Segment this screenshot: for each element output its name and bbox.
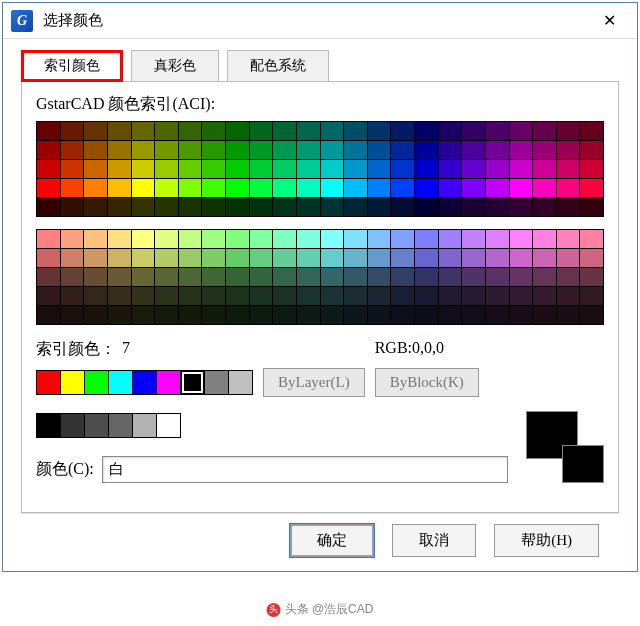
color-swatch[interactable]: [510, 122, 533, 140]
color-swatch[interactable]: [61, 160, 84, 178]
tab-1[interactable]: 真彩色: [131, 50, 219, 82]
color-swatch[interactable]: [368, 268, 391, 286]
color-swatch[interactable]: [415, 179, 438, 197]
gray-swatch[interactable]: [133, 414, 156, 437]
color-swatch[interactable]: [108, 122, 131, 140]
color-swatch[interactable]: [462, 122, 485, 140]
color-swatch[interactable]: [84, 160, 107, 178]
color-swatch[interactable]: [84, 122, 107, 140]
color-swatch[interactable]: [439, 141, 462, 159]
color-swatch[interactable]: [415, 160, 438, 178]
close-icon[interactable]: ✕: [589, 7, 629, 35]
color-swatch[interactable]: [580, 268, 603, 286]
color-swatch[interactable]: [321, 230, 344, 248]
gray-swatch[interactable]: [157, 414, 180, 437]
color-swatch[interactable]: [486, 268, 509, 286]
color-swatch[interactable]: [155, 179, 178, 197]
color-swatch[interactable]: [297, 230, 320, 248]
color-swatch[interactable]: [580, 122, 603, 140]
color-swatch[interactable]: [250, 160, 273, 178]
color-swatch[interactable]: [462, 230, 485, 248]
color-swatch[interactable]: [108, 268, 131, 286]
color-swatch[interactable]: [132, 179, 155, 197]
color-swatch[interactable]: [250, 249, 273, 267]
standard-swatch[interactable]: [85, 371, 108, 394]
color-swatch[interactable]: [37, 141, 60, 159]
color-swatch[interactable]: [368, 160, 391, 178]
color-swatch[interactable]: [132, 268, 155, 286]
color-swatch[interactable]: [297, 160, 320, 178]
color-swatch[interactable]: [533, 268, 556, 286]
color-swatch[interactable]: [273, 141, 296, 159]
color-swatch[interactable]: [368, 306, 391, 324]
color-swatch[interactable]: [202, 268, 225, 286]
color-swatch[interactable]: [510, 268, 533, 286]
color-swatch[interactable]: [226, 249, 249, 267]
color-swatch[interactable]: [486, 141, 509, 159]
color-swatch[interactable]: [462, 141, 485, 159]
color-swatch[interactable]: [61, 141, 84, 159]
color-swatch[interactable]: [557, 230, 580, 248]
color-swatch[interactable]: [439, 249, 462, 267]
color-swatch[interactable]: [439, 198, 462, 216]
aci-pastel-grid[interactable]: [36, 229, 604, 325]
color-swatch[interactable]: [202, 160, 225, 178]
color-swatch[interactable]: [580, 141, 603, 159]
color-swatch[interactable]: [297, 268, 320, 286]
color-swatch[interactable]: [250, 122, 273, 140]
gray-swatch[interactable]: [61, 414, 84, 437]
color-swatch[interactable]: [108, 249, 131, 267]
color-swatch[interactable]: [439, 160, 462, 178]
color-swatch[interactable]: [368, 141, 391, 159]
color-swatch[interactable]: [533, 198, 556, 216]
color-swatch[interactable]: [439, 122, 462, 140]
color-swatch[interactable]: [321, 306, 344, 324]
color-swatch[interactable]: [462, 306, 485, 324]
color-swatch[interactable]: [510, 306, 533, 324]
color-swatch[interactable]: [391, 179, 414, 197]
standard-swatch[interactable]: [37, 371, 60, 394]
color-swatch[interactable]: [179, 230, 202, 248]
color-swatch[interactable]: [510, 179, 533, 197]
color-swatch[interactable]: [132, 287, 155, 305]
color-swatch[interactable]: [344, 268, 367, 286]
color-swatch[interactable]: [486, 287, 509, 305]
color-swatch[interactable]: [179, 122, 202, 140]
color-swatch[interactable]: [61, 198, 84, 216]
tab-0[interactable]: 索引颜色: [21, 50, 123, 82]
color-swatch[interactable]: [486, 179, 509, 197]
color-swatch[interactable]: [250, 141, 273, 159]
color-swatch[interactable]: [344, 179, 367, 197]
color-swatch[interactable]: [37, 249, 60, 267]
color-swatch[interactable]: [179, 306, 202, 324]
color-swatch[interactable]: [580, 249, 603, 267]
color-swatch[interactable]: [108, 179, 131, 197]
color-swatch[interactable]: [486, 306, 509, 324]
color-swatch[interactable]: [368, 230, 391, 248]
standard-swatch[interactable]: [61, 371, 84, 394]
color-swatch[interactable]: [37, 306, 60, 324]
color-swatch[interactable]: [344, 249, 367, 267]
color-swatch[interactable]: [226, 122, 249, 140]
color-swatch[interactable]: [321, 268, 344, 286]
color-swatch[interactable]: [415, 268, 438, 286]
color-swatch[interactable]: [84, 179, 107, 197]
color-swatch[interactable]: [368, 198, 391, 216]
color-swatch[interactable]: [132, 122, 155, 140]
color-swatch[interactable]: [84, 198, 107, 216]
color-swatch[interactable]: [250, 287, 273, 305]
color-swatch[interactable]: [37, 230, 60, 248]
standard-swatch[interactable]: [205, 371, 228, 394]
color-swatch[interactable]: [226, 179, 249, 197]
color-swatch[interactable]: [462, 198, 485, 216]
aci-main-grid[interactable]: [36, 121, 604, 217]
gray-swatch[interactable]: [37, 414, 60, 437]
color-swatch[interactable]: [344, 287, 367, 305]
color-swatch[interactable]: [391, 268, 414, 286]
color-swatch[interactable]: [580, 179, 603, 197]
color-swatch[interactable]: [84, 249, 107, 267]
color-swatch[interactable]: [155, 306, 178, 324]
color-swatch[interactable]: [273, 122, 296, 140]
color-swatch[interactable]: [462, 160, 485, 178]
color-swatch[interactable]: [557, 287, 580, 305]
